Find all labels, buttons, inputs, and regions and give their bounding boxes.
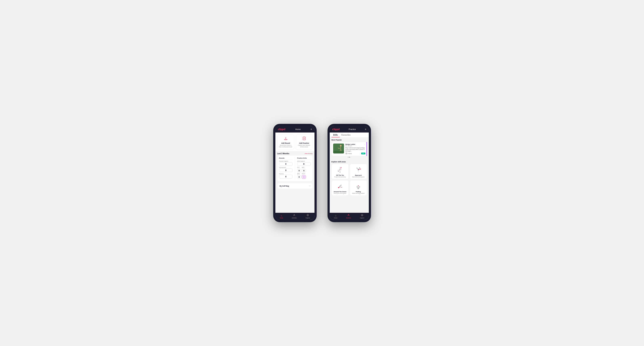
skill-desc-around: Hone your short game	[334, 193, 346, 194]
add-practice-desc: Capture your practice off-the-course	[297, 145, 311, 148]
page-title: Home	[295, 128, 300, 130]
skill-card-off-the-tee[interactable]: Off The Tee Power and accuracy	[332, 164, 349, 179]
drill-info-header: Wedge Ladder 50–100 yds ☆	[346, 144, 365, 147]
arg-cell: ARG 0	[297, 173, 301, 179]
purple-bar	[366, 142, 367, 156]
skill-card-approach[interactable]: Approach Dial-in to hit the green	[350, 164, 367, 179]
action-cards-row: Add Round Record your shots in fast or e…	[276, 133, 314, 151]
svg-point-28	[360, 169, 361, 170]
skill-desc-putting: Make and lag practice	[352, 193, 364, 194]
putt-label: PUTT	[302, 173, 306, 174]
drill-name: Wedge Ladder	[346, 144, 356, 145]
approach-icon-wrap	[354, 166, 362, 174]
drills-capture-value: 8	[297, 162, 311, 166]
capture-icon	[306, 214, 309, 217]
drills-capture-label: Drills Capture	[297, 161, 311, 162]
svg-line-45	[358, 186, 360, 187]
svg-point-30	[356, 168, 357, 169]
stats-card: Rounds Rounds Capture 0 Tournament 0 Pra…	[277, 155, 313, 181]
tee-icon-wrap	[336, 166, 344, 174]
around-icon-wrap	[336, 182, 344, 190]
add-round-icon	[284, 136, 288, 142]
ott-label: OTT	[297, 167, 301, 168]
practice-nav-activities[interactable]: Activities	[346, 214, 351, 218]
view-activity-link[interactable]: View Activity	[304, 153, 312, 154]
practice-page-title: Practice	[349, 128, 356, 130]
chevron-right-icon: ›	[310, 185, 310, 187]
card-dots	[332, 157, 367, 158]
star-icon[interactable]: ☆	[364, 144, 365, 145]
explore-title: Explore skill areas	[332, 161, 367, 163]
tee-icon	[336, 166, 344, 173]
rounds-col: Rounds Rounds Capture 0 Tournament 0 Pra…	[279, 157, 293, 179]
drills-col: Practice Drills Drills Capture 8 OTT 0 A	[297, 157, 311, 179]
svg-line-44	[357, 186, 358, 187]
practice-item: Practice 0	[279, 173, 293, 178]
activity-section-header: Last 3 Months View Activity	[276, 151, 314, 155]
svg-line-20	[338, 170, 342, 171]
most-popular-section: Most Popular	[330, 138, 369, 160]
svg-point-4	[308, 215, 308, 216]
drill-thumbnail	[333, 144, 344, 154]
svg-point-23	[338, 171, 339, 172]
drill-card-wrapper: Wedge Ladder 50–100 yds ☆ Play 1 shot at…	[332, 142, 367, 156]
wedge-ladder-card[interactable]: Wedge Ladder 50–100 yds ☆ Play 1 shot at…	[332, 142, 367, 156]
practice-nav-capture[interactable]: Capture	[360, 214, 364, 218]
drill-yardage: 50–100 yds	[346, 145, 356, 147]
menu-icon[interactable]: ≡	[310, 128, 312, 131]
add-round-title: Add Round	[281, 142, 290, 144]
arg-value: 0	[297, 175, 301, 179]
drills-capture-item: Drills Capture 8	[297, 161, 311, 166]
practice-capture-icon	[361, 214, 363, 217]
practice-home-label: Home	[334, 217, 338, 218]
my-golf-bag-row[interactable]: My Golf Bag ›	[277, 183, 313, 189]
svg-line-18	[338, 168, 341, 172]
activity-title: Last 3 Months	[277, 153, 289, 155]
skill-name-around: Around The Green	[334, 191, 346, 192]
app-label: APP	[302, 167, 306, 168]
practice-header: clippd Practice ≡	[330, 126, 369, 133]
tab-favourites[interactable]: Favourites	[340, 133, 352, 137]
home-icon: ⌂	[281, 214, 282, 217]
add-round-card[interactable]: Add Round Record your shots in fast or e…	[277, 134, 294, 150]
svg-point-21	[340, 167, 342, 168]
app-cell: APP 4	[302, 167, 306, 173]
skill-name-approach: Approach	[355, 174, 362, 176]
around-icon	[336, 182, 344, 190]
shots-icon	[346, 153, 347, 154]
skill-card-around-green[interactable]: Around The Green Hone your short game	[332, 180, 349, 196]
dot-3	[350, 157, 351, 158]
nav-home[interactable]: ⌂ Home	[280, 214, 283, 218]
practice-menu-icon[interactable]: ≡	[365, 128, 366, 131]
add-practice-icon	[302, 136, 306, 142]
shots-count: 9 shots	[348, 153, 352, 154]
rounds-capture-label: Rounds Capture	[279, 161, 293, 162]
svg-rect-9	[333, 151, 344, 154]
svg-line-37	[340, 185, 341, 186]
activities-nav-label: Activities	[292, 217, 297, 218]
putt-cell: PUTT 4	[302, 173, 306, 179]
drill-name-wrap: Wedge Ladder 50–100 yds	[346, 144, 356, 147]
ott-value: 0	[297, 169, 301, 173]
practice-logo: clippd	[332, 128, 340, 131]
practice-nav-home[interactable]: ⌂ Home	[334, 214, 338, 218]
add-practice-card[interactable]: Add Practice Capture your practice off-t…	[296, 134, 313, 150]
svg-point-50	[361, 214, 363, 216]
skill-grid: Off The Tee Power and accuracy	[332, 164, 367, 196]
tab-drills[interactable]: Drills	[332, 133, 340, 137]
practice-bottom-nav: ⌂ Home Activities Capture	[330, 213, 369, 220]
nav-activities[interactable]: Activities	[292, 214, 297, 218]
tournament-item: Tournament 0	[279, 167, 293, 172]
arg-label: ARG	[297, 173, 301, 174]
nav-capture[interactable]: Capture	[306, 214, 310, 218]
skill-card-putting[interactable]: Putting Make and lag practice	[350, 180, 367, 196]
drill-footer: 9 shots APP	[346, 153, 365, 154]
practice-label: Practice	[279, 173, 293, 174]
home-nav-label: Home	[280, 217, 283, 218]
skill-desc-tee: Power and accuracy	[334, 176, 346, 177]
putt-value: 4	[302, 175, 306, 179]
stats-row: Rounds Rounds Capture 0 Tournament 0 Pra…	[279, 157, 311, 179]
phone-home: clippd Home ≡ Add Round Record your	[273, 124, 317, 222]
practice-activities-label: Activities	[346, 217, 351, 218]
phone-practice: clippd Practice ≡ Drills Favourites Most…	[328, 124, 371, 222]
